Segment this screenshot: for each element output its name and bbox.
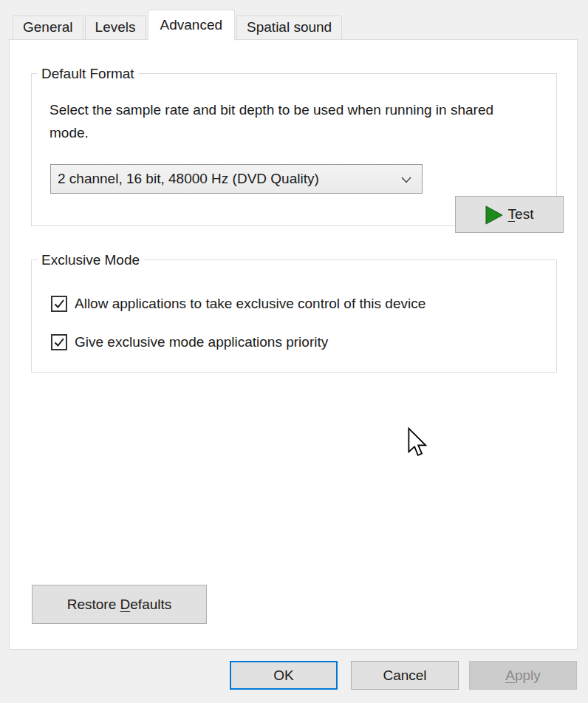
cancel-button[interactable]: Cancel (351, 661, 459, 690)
priority-checkbox[interactable] (51, 334, 67, 350)
apply-button-label: Apply (505, 668, 541, 684)
sample-rate-dropdown[interactable]: 2 channel, 16 bit, 48000 Hz (DVD Quality… (50, 164, 423, 194)
chevron-down-icon (401, 177, 411, 183)
priority-checkbox-label: Give exclusive mode applications priorit… (75, 333, 328, 351)
check-icon (52, 336, 66, 349)
sample-rate-selected-value: 2 channel, 16 bit, 48000 Hz (DVD Quality… (58, 171, 319, 187)
default-format-group: Default Format Select the sample rate an… (31, 73, 557, 226)
apply-button[interactable]: Apply (469, 661, 577, 690)
advanced-tab-panel: Default Format Select the sample rate an… (9, 39, 578, 650)
tab-spatial-sound[interactable]: Spatial sound (236, 16, 342, 39)
restore-defaults-button[interactable]: Restore Defaults (32, 585, 207, 624)
tab-advanced[interactable]: Advanced (148, 10, 236, 41)
play-icon (485, 206, 503, 225)
default-format-description: Select the sample rate and bit depth to … (49, 98, 503, 144)
tab-strip: General Levels Advanced Spatial sound (13, 10, 343, 41)
test-button-label: Test (508, 206, 534, 223)
exclusive-control-checkbox[interactable] (51, 296, 67, 312)
checkbox-row-priority[interactable]: Give exclusive mode applications priorit… (51, 333, 328, 351)
check-icon (52, 297, 66, 310)
tab-levels[interactable]: Levels (85, 16, 146, 39)
exclusive-mode-group: Exclusive Mode (31, 259, 557, 373)
test-button[interactable]: Test (455, 196, 564, 233)
checkbox-row-exclusive-control[interactable]: Allow applications to take exclusive con… (51, 295, 425, 313)
tab-general[interactable]: General (13, 16, 83, 39)
restore-defaults-button-label: Restore Defaults (67, 597, 172, 613)
exclusive-mode-group-title: Exclusive Mode (38, 251, 143, 269)
ok-button[interactable]: OK (230, 661, 338, 690)
default-format-group-title: Default Format (38, 65, 138, 83)
exclusive-control-checkbox-label: Allow applications to take exclusive con… (75, 295, 425, 313)
